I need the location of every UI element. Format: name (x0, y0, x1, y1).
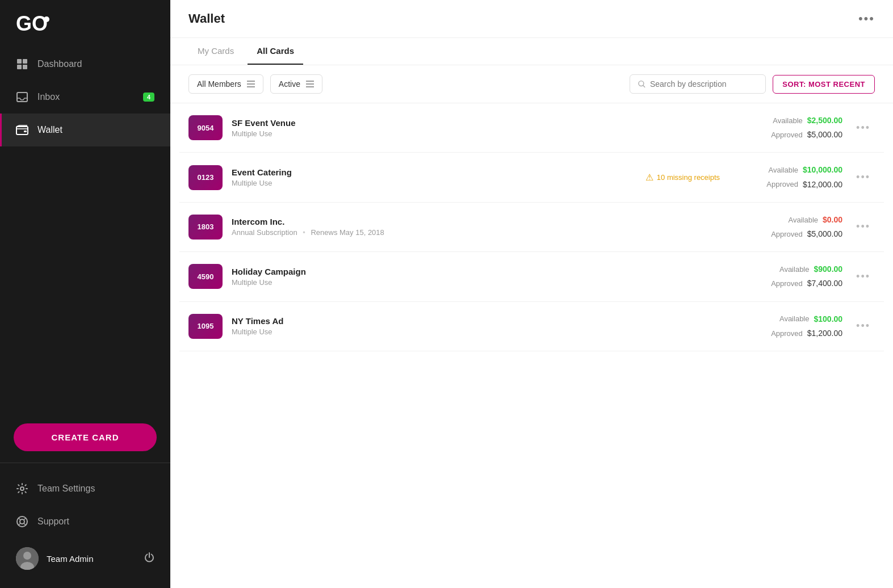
tab-my-cards[interactable]: My Cards (188, 38, 243, 65)
approved-label: Approved (766, 178, 798, 191)
card-type: Multiple Use (232, 179, 636, 187)
main-content: Wallet ••• My Cards All Cards All Member… (170, 0, 893, 588)
power-icon[interactable] (144, 552, 154, 565)
card-more-button[interactable]: ••• (852, 120, 875, 136)
page-title: Wallet (188, 11, 225, 26)
available-amount: $0.00 (823, 213, 842, 227)
go-logo: GO (16, 14, 50, 34)
tab-all-cards[interactable]: All Cards (248, 38, 303, 65)
inbox-badge: 4 (143, 93, 154, 102)
sidebar-item-wallet[interactable]: Wallet (0, 114, 170, 146)
card-info: SF Event Venue Multiple Use (232, 118, 731, 138)
approved-label: Approved (771, 128, 803, 141)
logo: GO (0, 0, 170, 48)
svg-rect-8 (24, 131, 27, 132)
svg-line-14 (24, 518, 26, 520)
cards-list: 9054 SF Event Venue Multiple Use Availab… (170, 103, 893, 588)
create-card-button[interactable]: CREATE CARD (14, 423, 157, 451)
card-name: Event Catering (232, 167, 636, 177)
approved-amount: $5,000.00 (807, 227, 842, 241)
sidebar-item-inbox[interactable]: Inbox 4 (0, 81, 170, 114)
available-amount: $100.00 (814, 312, 842, 326)
card-amounts: Available $10,000.00 Approved $12,000.00 (740, 163, 842, 191)
svg-line-20 (643, 86, 645, 87)
card-number-badge: 1095 (188, 314, 223, 339)
warning-badge: ⚠ 10 missing receipts (645, 172, 720, 183)
card-more-button[interactable]: ••• (852, 318, 875, 334)
svg-point-11 (20, 519, 24, 524)
sidebar-nav: Dashboard Inbox 4 Wa (0, 48, 170, 418)
card-amounts: Available $100.00 Approved $1,200.00 (740, 312, 842, 341)
approved-label: Approved (771, 327, 803, 340)
user-info: Team Admin (0, 538, 170, 579)
card-more-button[interactable]: ••• (852, 169, 875, 186)
svg-rect-3 (23, 59, 27, 64)
avatar (16, 547, 39, 570)
table-row[interactable]: 1803 Intercom Inc. Annual Subscription •… (179, 203, 884, 252)
svg-text:GO: GO (16, 14, 48, 34)
warning-icon: ⚠ (645, 172, 653, 183)
available-amount: $900.00 (814, 262, 842, 276)
approved-amount: $7,400.00 (807, 276, 842, 291)
gear-icon (16, 482, 28, 495)
svg-rect-2 (17, 59, 22, 64)
search-box[interactable] (630, 74, 766, 94)
dashboard-icon (16, 58, 28, 70)
approved-amount: $5,000.00 (807, 128, 842, 142)
approved-amount: $12,000.00 (803, 178, 842, 192)
svg-rect-5 (23, 65, 27, 69)
support-icon (16, 515, 28, 528)
card-number-badge: 9054 (188, 115, 223, 140)
card-type: Multiple Use (232, 278, 731, 287)
card-number-badge: 0123 (188, 165, 223, 190)
tabs: My Cards All Cards (170, 38, 893, 65)
wallet-icon (16, 124, 28, 136)
card-more-button[interactable]: ••• (852, 268, 875, 285)
available-label: Available (768, 163, 798, 177)
members-filter-button[interactable]: All Members (188, 74, 263, 94)
warning-text: 10 missing receipts (657, 173, 720, 182)
card-amounts: Available $900.00 Approved $7,400.00 (740, 262, 842, 291)
svg-point-9 (20, 487, 24, 490)
card-type: Multiple Use (232, 129, 731, 138)
card-type: Multiple Use (232, 327, 731, 336)
card-info: Holiday Campaign Multiple Use (232, 267, 731, 287)
available-label: Available (789, 213, 819, 226)
table-row[interactable]: 1095 NY Times Ad Multiple Use Available … (179, 302, 884, 351)
sidebar: GO Dashboard (0, 0, 170, 588)
status-filter-list-icon (306, 81, 314, 87)
status-filter-label: Active (279, 79, 300, 89)
sidebar-item-dashboard-label: Dashboard (37, 59, 82, 69)
table-row[interactable]: 4590 Holiday Campaign Multiple Use Avail… (179, 252, 884, 301)
user-name: Team Admin (47, 554, 136, 564)
table-row[interactable]: 0123 Event Catering Multiple Use ⚠ 10 mi… (179, 153, 884, 202)
card-info: NY Times Ad Multiple Use (232, 316, 731, 336)
filters-bar: All Members Active SORT: MOST RECENT (170, 65, 893, 103)
sidebar-item-dashboard[interactable]: Dashboard (0, 48, 170, 81)
svg-line-13 (24, 523, 26, 526)
card-name: NY Times Ad (232, 316, 731, 326)
approved-amount: $1,200.00 (807, 326, 842, 341)
svg-line-12 (19, 518, 21, 520)
status-filter-button[interactable]: Active (270, 74, 322, 94)
renew-text: Renews May 15, 2018 (311, 228, 384, 237)
sidebar-item-support-label: Support (37, 516, 69, 527)
sidebar-item-team-settings[interactable]: Team Settings (0, 472, 170, 505)
card-number-badge: 4590 (188, 264, 223, 289)
header-more-button[interactable]: ••• (858, 11, 875, 26)
svg-line-15 (19, 523, 21, 526)
card-type: Annual Subscription • Renews May 15, 201… (232, 228, 731, 237)
sort-button[interactable]: SORT: MOST RECENT (773, 75, 875, 94)
card-more-button[interactable]: ••• (852, 219, 875, 235)
inbox-icon (16, 91, 28, 103)
available-label: Available (779, 312, 810, 325)
table-row[interactable]: 9054 SF Event Venue Multiple Use Availab… (179, 103, 884, 153)
search-input[interactable] (650, 79, 757, 89)
header: Wallet ••• (170, 0, 893, 38)
sidebar-item-support[interactable]: Support (0, 505, 170, 538)
renew-dot: • (303, 228, 305, 237)
svg-rect-4 (17, 65, 22, 69)
svg-point-17 (23, 552, 31, 560)
members-filter-label: All Members (197, 79, 241, 89)
approved-label: Approved (771, 277, 803, 290)
